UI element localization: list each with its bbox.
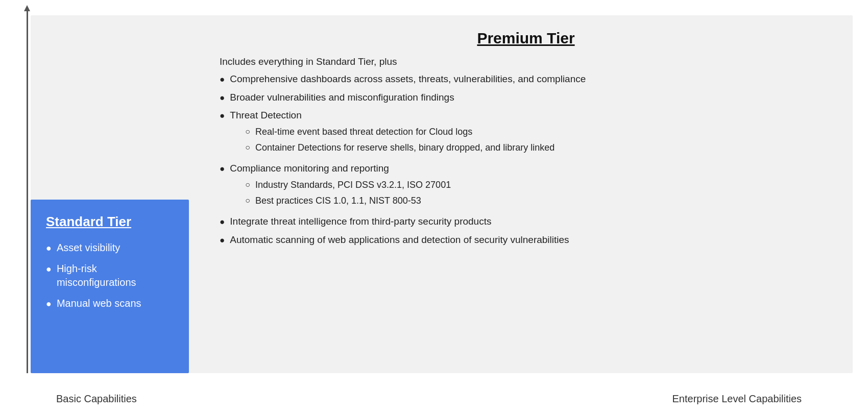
threat-detection-sublist: Real-time event based threat detection f…: [245, 126, 554, 154]
y-axis: [27, 10, 28, 373]
sub-list-item: Container Detections for reserve shells,…: [245, 141, 554, 154]
premium-tier-content: Premium Tier Includes everything in Stan…: [199, 15, 853, 373]
premium-list: Comprehensive dashboards across assets, …: [220, 72, 832, 247]
sub-list-item: Industry Standards, PCI DSS v3.2.1, ISO …: [245, 179, 451, 191]
chart-container: Security Needs Standard Tier Asset visib…: [0, 0, 868, 414]
standard-tier-list: Asset visibility High-risk misconfigurat…: [46, 241, 174, 310]
list-item: Integrate threat intelligence from third…: [220, 215, 832, 229]
x-label-enterprise: Enterprise Level Capabilities: [672, 393, 802, 405]
sub-list-item: Real-time event based threat detection f…: [245, 126, 554, 138]
list-item: Compliance monitoring and reporting Indu…: [220, 162, 832, 210]
compliance-sublist: Industry Standards, PCI DSS v3.2.1, ISO …: [245, 179, 451, 207]
list-item: Comprehensive dashboards across assets, …: [220, 72, 832, 86]
x-label-basic: Basic Capabilities: [56, 393, 137, 405]
list-item: Automatic scanning of web applications a…: [220, 233, 832, 247]
premium-intro: Includes everything in Standard Tier, pl…: [220, 56, 832, 67]
list-item: Broader vulnerabilities and misconfigura…: [220, 91, 832, 105]
list-item: Threat Detection Real-time event based t…: [220, 109, 832, 157]
standard-tier-title: Standard Tier: [46, 214, 174, 230]
list-item: High-risk misconfigurations: [46, 262, 174, 289]
list-item: Manual web scans: [46, 297, 174, 310]
chart-area: Standard Tier Asset visibility High-risk…: [31, 15, 853, 373]
x-axis-labels: Basic Capabilities Enterprise Level Capa…: [31, 393, 853, 405]
standard-tier-box: Standard Tier Asset visibility High-risk…: [31, 200, 189, 373]
premium-tier-title: Premium Tier: [220, 30, 832, 47]
sub-list-item: Best practices CIS 1.0, 1.1, NIST 800-53: [245, 194, 451, 207]
list-item: Asset visibility: [46, 241, 174, 255]
